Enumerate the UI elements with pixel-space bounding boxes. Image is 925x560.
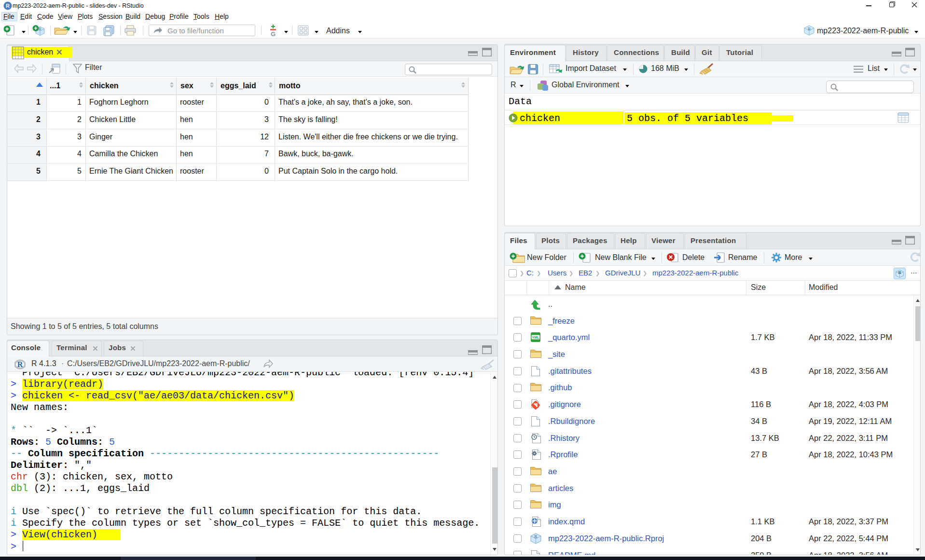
svg-text:R: R — [534, 534, 538, 539]
svg-text:R: R — [39, 27, 41, 31]
svg-text:G: G — [271, 30, 276, 37]
svg-text:R: R — [6, 3, 10, 9]
svg-text:R: R — [808, 27, 811, 31]
svg-text:R: R — [898, 270, 901, 275]
svg-text:YML: YML — [532, 336, 540, 339]
svg-text:R: R — [17, 360, 23, 369]
